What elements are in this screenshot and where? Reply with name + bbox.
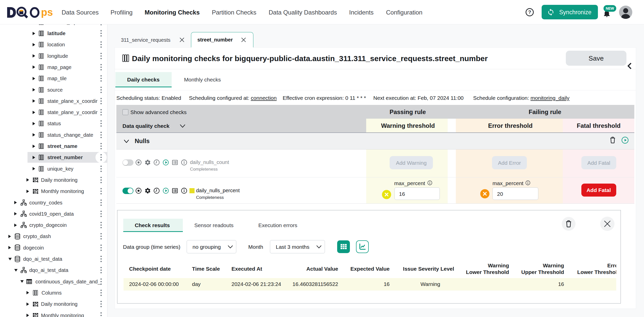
svg-text:ps: ps [41, 7, 53, 18]
